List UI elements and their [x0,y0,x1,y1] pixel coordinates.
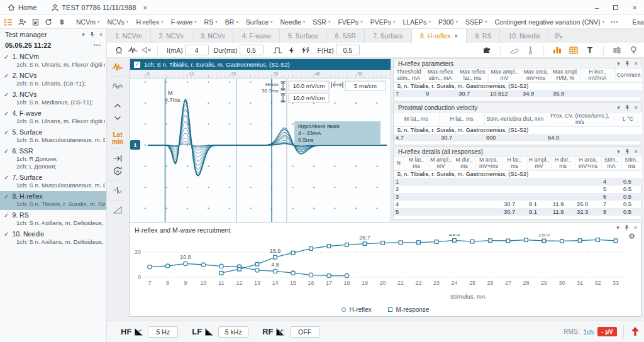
data-point[interactable] [614,239,618,243]
impedance-icon[interactable]: Ω [112,45,126,55]
patient-tab-close-icon[interactable]: × [143,4,147,11]
menu-item-br[interactable]: BR▾ [221,18,242,26]
details-row[interactable]: 250.5 [394,185,642,193]
test-list-item[interactable]: ✓6. SSR1ch: R Долоня; 2ch: L Долоня; [0,146,106,172]
free-run-icon[interactable] [126,46,140,54]
doc-tab-10-needle[interactable]: 10. Needle [500,29,549,43]
details-row[interactable]: 430.78.111.925.070.5 [394,201,642,208]
data-point[interactable] [596,238,600,242]
data-point[interactable] [238,267,242,271]
chart-view-icon[interactable] [550,46,564,54]
data-point[interactable] [435,240,438,244]
scale-up-icon[interactable] [114,99,121,112]
doc-tab-7-surface[interactable]: 7. Surface [365,29,412,43]
pin-icon[interactable] [89,31,95,38]
data-point[interactable] [417,241,421,245]
home-tab[interactable]: Home [0,0,44,15]
repetitive-stimulus-icon[interactable] [299,46,313,55]
lf-filter-value[interactable]: 5 kHz [218,326,248,338]
legend-item-h-reflex[interactable]: H-reflex [341,306,372,313]
data-point[interactable] [327,273,331,277]
panel-collapse-icon[interactable]: ▾ [617,104,620,111]
test-list-item[interactable]: ✓7. Surface1ch: S n. Musculocutaneous, m… [0,172,106,191]
data-point[interactable] [381,241,385,245]
maximize-icon[interactable] [606,0,625,15]
data-point[interactable] [345,273,348,277]
menu-item-llaeps[interactable]: LLAEPs▾ [399,18,434,26]
test-list-item[interactable]: ✓4. F-wave1ch: S n. Ulnaris, m. Flexor d… [0,108,106,127]
doc-tab-1-ncvm[interactable]: 1. NCVm [107,29,151,43]
doc-tab-5-surface[interactable]: 5. Surface [280,29,327,43]
session-more-icon[interactable]: ••• [94,42,101,48]
pin-icon[interactable] [625,148,630,155]
doc-tab-3-ncvs[interactable]: 3. NCVs [192,29,234,43]
menu-item-f-wave[interactable]: F-wave▾ [167,18,201,26]
data-point[interactable] [470,240,474,243]
doc-tab-4-f-wave[interactable]: 4. F-wave [234,29,280,43]
menu-more-icon[interactable]: ••• [608,19,621,25]
channel-checkbox[interactable]: ✓ [134,62,140,68]
details-row[interactable]: 530.79.111.932.380.5 [394,208,642,216]
scale-down-icon[interactable] [114,112,121,124]
table-view-icon[interactable] [567,47,580,54]
overlay-traces-icon[interactable] [112,80,123,92]
menu-item-fveps[interactable]: FVEPs▾ [334,18,366,26]
doc-tab-2-ncvs[interactable]: 2. NCVs [151,29,192,43]
params-row[interactable]: 7930.710.81234.935.8 [394,90,642,97]
test-list-item[interactable]: ✓1. NCVm1ch: S n. Ulnaris, m. Flexor dig… [0,52,106,70]
doc-tab-8-h-reflex[interactable]: 8. H-reflex× [412,29,467,43]
settings-icon[interactable] [610,47,624,54]
panel-close-icon[interactable]: × [635,148,638,155]
temperature-icon[interactable] [523,46,537,55]
data-point[interactable] [525,238,528,242]
current-input[interactable]: 4 [185,45,209,55]
menu-item-ssep[interactable]: SSEP▾ [462,18,491,26]
test-list-item[interactable]: ✓9. RS1ch: S n. Axillaris, m. Deltoideus… [0,210,106,229]
data-point[interactable] [542,239,546,243]
auto-analysis-icon[interactable]: A [113,165,123,177]
data-point[interactable] [363,242,367,246]
tab-close-icon[interactable]: × [454,33,458,40]
details-row[interactable]: 140.5 [394,178,642,185]
frequency-input[interactable]: 0.5 [336,45,360,55]
refresh-icon[interactable] [45,18,52,26]
menu-item-pveps[interactable]: PVEPs▾ [367,18,399,26]
test-list-item[interactable]: ✓3. NCVs1ch: S n. Medianus, (C5-T1); [0,89,106,108]
pin-icon[interactable] [625,104,630,111]
latency-min-button[interactable]: Lat min [112,131,123,145]
waveform-plot[interactable]: 01020304050M4.7msHmax30.7ms10.0 mV/cm5 m… [130,70,391,226]
legend-item-m-response[interactable]: M-response [388,306,430,313]
menu-item-surface[interactable]: Surface▾ [242,18,277,26]
measure-icon[interactable] [507,46,521,54]
data-point[interactable] [453,239,457,243]
panel-collapse-icon[interactable]: ▾ [617,148,620,155]
link-icon[interactable] [58,18,66,26]
test-list-item[interactable]: ✓2. NCVs2ch: S n. Ulnaris, (C8-T1); [0,70,106,89]
data-point[interactable] [219,271,223,275]
menu-item-ncvs[interactable]: NCVs▾ [103,18,132,26]
minimize-icon[interactable]: – [587,0,606,15]
add-test-icon[interactable] [549,29,568,43]
single-pulse-icon[interactable] [271,47,285,54]
pin-icon[interactable] [624,224,630,231]
data-point[interactable] [274,255,277,259]
menu-item-p300[interactable]: P300▾ [435,18,462,26]
data-point[interactable] [309,273,313,277]
panel-close-icon[interactable]: × [635,60,638,67]
recruitment-chart[interactable]: 0207891011121314151617181920212223242526… [130,234,641,304]
data-point[interactable] [327,245,331,248]
hint-icon[interactable] [626,46,640,55]
hf-filter-value[interactable]: 5 Hz [148,326,178,338]
data-point[interactable] [255,268,259,272]
data-point[interactable] [489,239,492,243]
panel-collapse-icon[interactable]: ▾ [617,60,620,67]
menu-item-exam-templates[interactable]: Exam templates ▾ [629,18,644,26]
rf-filter-value[interactable]: OFF [290,326,320,338]
doc-tab-9-rs[interactable]: 9. RS [467,29,500,43]
sound-muted-icon[interactable] [140,46,153,54]
data-point[interactable] [345,243,349,247]
plugin-icon[interactable] [480,46,494,54]
area-tool-icon[interactable] [113,204,122,216]
data-point[interactable] [148,265,152,268]
panel-collapse-icon[interactable]: ▾ [616,224,619,231]
